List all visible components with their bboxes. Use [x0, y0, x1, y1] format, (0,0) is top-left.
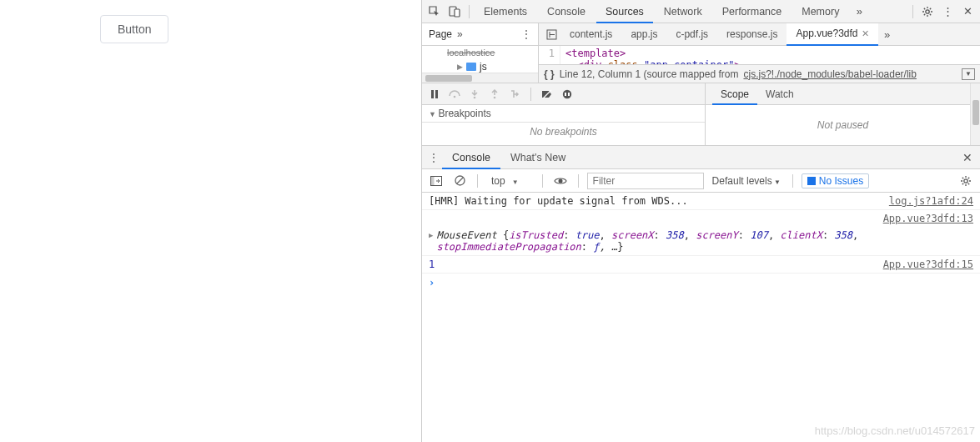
svg-rect-4 — [431, 90, 434, 98]
devtools-panel: Elements Console Sources Network Perform… — [421, 0, 980, 442]
src-tab-appvue-label: App.vue?3dfd — [796, 23, 857, 45]
debugger-right-tabs: Scope Watch — [706, 83, 980, 105]
step-out-icon[interactable] — [487, 87, 502, 102]
console-toolbar: top Default levels No Issues — [422, 169, 980, 193]
status-dropdown-icon[interactable]: ▼ — [962, 68, 975, 80]
source-view: content.js app.js c-pdf.js response.js A… — [539, 23, 980, 83]
code-editor[interactable]: 1 <template> <div class="app_container"> — [539, 46, 980, 64]
log-row-mouseevent[interactable]: ▶ MouseEvent {isTrusted: true, screenX: … — [422, 227, 980, 256]
console-gear-icon[interactable] — [957, 172, 975, 190]
clear-console-icon[interactable] — [450, 172, 469, 190]
tab-sources[interactable]: Sources — [596, 0, 653, 23]
navigator-hscrollbar[interactable] — [422, 73, 538, 83]
drawer-close-icon[interactable]: ✕ — [958, 151, 977, 164]
log-hmr-src[interactable]: log.js?1afd:24 — [881, 195, 973, 207]
braces-icon[interactable]: { } — [544, 68, 555, 80]
source-statusbar: { } Line 12, Column 1 (source mapped fro… — [539, 64, 980, 83]
log-obj-src[interactable]: App.vue?3dfd:13 — [875, 213, 973, 224]
step-over-icon[interactable] — [447, 87, 462, 102]
close-tab-icon[interactable]: ✕ — [862, 23, 869, 45]
svg-rect-1 — [455, 9, 460, 17]
src-tab-response[interactable]: response.js — [717, 23, 787, 46]
rendered-page: Button — [0, 0, 421, 442]
navigator-panel-label[interactable]: Page — [429, 28, 452, 40]
debugger-toolbar — [422, 83, 705, 105]
drawer-tab-console[interactable]: Console — [442, 146, 500, 169]
expand-triangle-icon[interactable]: ▶ — [429, 229, 433, 239]
console-levels-select[interactable]: Default levels — [709, 175, 784, 187]
src-tab-apps[interactable]: app.js — [621, 23, 666, 46]
device-toggle-icon[interactable] — [445, 3, 464, 21]
breakpoints-empty: No breakpoints — [422, 123, 705, 145]
sources-row: Page » ⋮ localhostice ▶ js — [422, 23, 980, 83]
tab-performance[interactable]: Performance — [713, 0, 792, 23]
src-tab-content[interactable]: content.js — [560, 23, 621, 46]
console-prompt[interactable]: › — [422, 274, 980, 292]
pause-icon[interactable] — [427, 87, 442, 102]
navigator-folder-label: js — [480, 61, 487, 73]
navigator-tree[interactable]: localhostice ▶ js — [422, 46, 538, 83]
console-sidebar-icon[interactable] — [427, 172, 445, 190]
step-into-icon[interactable] — [467, 87, 482, 102]
src-tab-appvue[interactable]: App.vue?3dfd ✕ — [787, 23, 877, 46]
tab-memory[interactable]: Memory — [792, 0, 848, 23]
scope-tab[interactable]: Scope — [712, 83, 757, 105]
kebab-icon[interactable]: ⋮ — [938, 3, 957, 21]
svg-rect-13 — [431, 176, 435, 185]
folder-icon — [466, 63, 476, 71]
log-row-hmr[interactable]: [HMR] Waiting for update signal from WDS… — [422, 193, 980, 210]
debugger-row: Breakpoints No breakpoints Scope Watch N… — [422, 83, 980, 146]
issues-square-icon — [807, 177, 816, 185]
log-one-src[interactable]: App.vue?3dfd:15 — [875, 259, 973, 270]
file-nav-icon[interactable] — [542, 25, 560, 43]
navigator-header: Page » ⋮ — [422, 23, 538, 46]
log-mouseevent: MouseEvent {isTrusted: true, screenX: 35… — [436, 229, 973, 253]
demo-button[interactable]: Button — [100, 15, 168, 43]
status-text: Line 12, Column 1 (source mapped from — [560, 68, 739, 80]
devtools-topbar: Elements Console Sources Network Perform… — [422, 0, 980, 23]
drawer-kebab-icon[interactable]: ⋮ — [425, 152, 442, 163]
drawer: ⋮ Console What's New ✕ top — [422, 146, 980, 442]
issues-label: No Issues — [819, 175, 863, 187]
console-filter-input[interactable] — [587, 173, 704, 189]
triangle-right-icon: ▶ — [457, 63, 463, 71]
navigator-host-item[interactable]: localhostice — [422, 46, 538, 59]
log-row-obj-src[interactable]: App.vue?3dfd:13 — [422, 210, 980, 227]
svg-point-2 — [926, 9, 929, 13]
code-lines: <template> <div class="app_container"> — [560, 46, 746, 64]
svg-point-7 — [474, 96, 476, 98]
svg-rect-10 — [565, 93, 566, 96]
debugger-left: Breakpoints No breakpoints — [422, 83, 706, 145]
debugger-right: Scope Watch Not paused — [706, 83, 980, 145]
live-expression-icon[interactable] — [551, 172, 570, 190]
deactivate-bp-icon[interactable] — [540, 87, 555, 102]
src-tab-cpdf[interactable]: c-pdf.js — [666, 23, 717, 46]
issues-badge[interactable]: No Issues — [802, 173, 869, 188]
navigator-kebab-icon[interactable]: ⋮ — [521, 28, 531, 40]
svg-rect-11 — [568, 93, 570, 96]
svg-point-6 — [454, 95, 456, 98]
log-row-one[interactable]: 1 App.vue?3dfd:15 — [422, 256, 980, 274]
console-context-select[interactable]: top — [486, 173, 534, 188]
console-body[interactable]: [HMR] Waiting for update signal from WDS… — [422, 193, 980, 442]
status-mapped-link[interactable]: cjs.js?!./node_modules/babel-loader/lib — [743, 68, 916, 80]
svg-point-9 — [563, 89, 571, 98]
step-icon[interactable] — [507, 87, 522, 102]
tab-elements[interactable]: Elements — [475, 0, 536, 23]
gear-icon[interactable] — [918, 3, 937, 21]
tabs-overflow-icon[interactable]: » — [850, 3, 868, 21]
breakpoints-header[interactable]: Breakpoints — [422, 105, 705, 123]
tab-network[interactable]: Network — [655, 0, 711, 23]
src-tabs-overflow-icon[interactable]: » — [878, 25, 897, 43]
drawer-tab-whatsnew[interactable]: What's New — [500, 146, 575, 169]
drawer-tabs: ⋮ Console What's New ✕ — [422, 146, 980, 169]
navigator-overflow-icon[interactable]: » — [457, 28, 463, 40]
debugger-vscrollbar[interactable] — [970, 83, 980, 145]
pause-exceptions-icon[interactable] — [560, 87, 575, 102]
navigator-panel: Page » ⋮ localhostice ▶ js — [422, 23, 539, 83]
inspect-icon[interactable] — [425, 3, 444, 21]
tab-console[interactable]: Console — [538, 0, 595, 23]
line-gutter: 1 — [539, 46, 560, 64]
watch-tab[interactable]: Watch — [757, 83, 802, 105]
close-devtools-icon[interactable]: ✕ — [958, 3, 977, 21]
